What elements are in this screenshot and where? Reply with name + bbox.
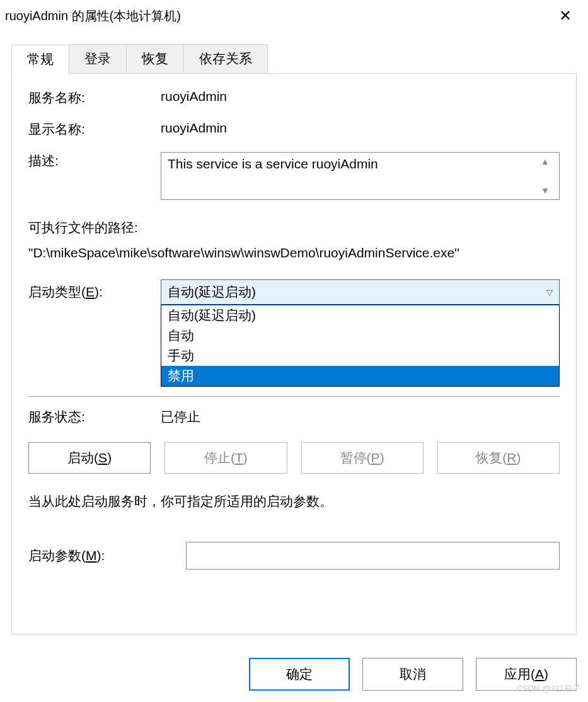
cancel-button[interactable]: 取消 — [362, 658, 463, 691]
startup-type-label: 启动类型(E): — [28, 283, 161, 301]
description-label: 描述: — [28, 152, 161, 170]
exe-path-label: 可执行文件的路径: — [28, 219, 560, 237]
window-title: ruoyiAdmin 的属性(本地计算机) — [5, 8, 181, 25]
description-box[interactable]: This service is a service ruoyiAdmin ▲ ▼ — [161, 152, 560, 200]
startup-type-dropdown[interactable]: 自动(延迟启动) ▽ — [161, 279, 560, 305]
pause-button: 暂停(P) — [301, 442, 424, 474]
display-name-value: ruoyiAdmin — [161, 120, 560, 136]
startup-option-auto-delayed[interactable]: 自动(延迟启动) — [161, 305, 559, 325]
tab-recovery[interactable]: 恢复 — [127, 44, 184, 73]
exe-path-value: "D:\mikeSpace\mike\software\winsw\winswD… — [28, 245, 560, 260]
startup-type-options-list: 自动(延迟启动) 自动 手动 禁用 — [161, 305, 560, 387]
start-param-input[interactable] — [186, 542, 560, 570]
tab-general[interactable]: 常规 — [11, 45, 69, 74]
ok-button[interactable]: 确定 — [249, 658, 350, 691]
scroll-up-icon[interactable]: ▲ — [541, 156, 550, 167]
service-name-value: ruoyiAdmin — [161, 89, 560, 104]
display-name-label: 显示名称: — [28, 120, 161, 138]
startup-option-disabled[interactable]: 禁用 — [161, 366, 559, 386]
resume-button: 恢复(R) — [437, 442, 560, 474]
stop-button: 停止(T) — [164, 442, 287, 474]
close-icon[interactable]: ✕ — [554, 6, 577, 26]
chevron-down-icon: ▽ — [546, 288, 553, 297]
general-panel: 服务名称: ruoyiAdmin 显示名称: ruoyiAdmin 描述: Th… — [11, 73, 577, 635]
tabs: 常规 登录 恢复 依存关系 — [11, 44, 588, 73]
service-status-label: 服务状态: — [28, 408, 161, 426]
service-name-label: 服务名称: — [28, 89, 161, 107]
tab-logon[interactable]: 登录 — [69, 44, 127, 73]
tab-dependencies[interactable]: 依存关系 — [184, 44, 268, 73]
description-text: This service is a service ruoyiAdmin — [168, 156, 538, 196]
divider — [28, 396, 560, 397]
scroll-down-icon[interactable]: ▼ — [541, 185, 550, 196]
start-button[interactable]: 启动(S) — [28, 442, 151, 474]
start-param-label: 启动参数(M): — [28, 547, 186, 565]
description-scrollbar[interactable]: ▲ ▼ — [538, 156, 553, 196]
watermark: CSDN @321茄子 — [517, 683, 580, 694]
startup-option-manual[interactable]: 手动 — [161, 346, 559, 366]
startup-type-selected: 自动(延迟启动) — [168, 283, 256, 301]
start-hint: 当从此处启动服务时，你可指定所适用的启动参数。 — [28, 493, 560, 510]
titlebar: ruoyiAdmin 的属性(本地计算机) ✕ — [0, 0, 588, 32]
startup-option-auto[interactable]: 自动 — [161, 325, 559, 346]
service-status-value: 已停止 — [161, 408, 560, 426]
